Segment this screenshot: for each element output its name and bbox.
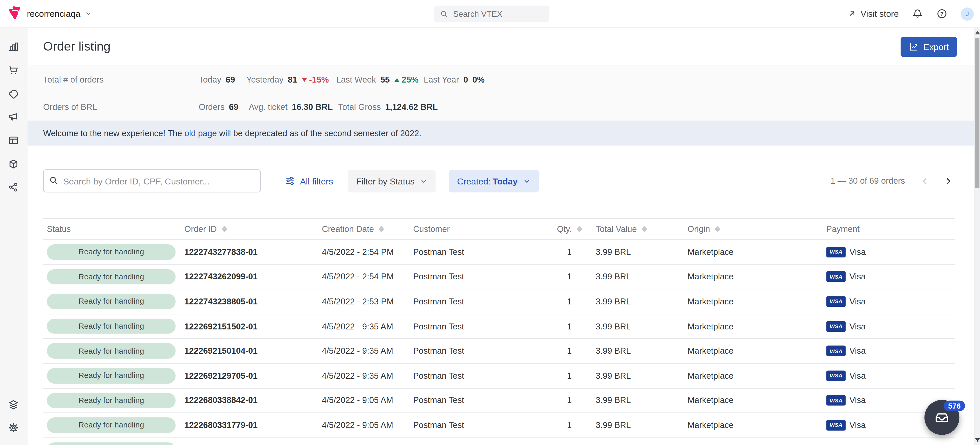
user-avatar[interactable]: J bbox=[961, 7, 974, 21]
quantity: 1 bbox=[567, 272, 572, 281]
export-button[interactable]: Export bbox=[900, 37, 957, 57]
table-header-row: Status Order ID Creation Date Customer Q… bbox=[43, 218, 955, 240]
total-value: 3.99 BRL bbox=[595, 396, 631, 405]
arrow-up-right-icon bbox=[847, 9, 856, 18]
bar-chart-icon[interactable] bbox=[8, 40, 19, 52]
visa-card-icon: VISA bbox=[826, 246, 846, 257]
help-icon[interactable]: ? bbox=[936, 8, 948, 19]
customer-name: Postman Test bbox=[413, 297, 464, 306]
customer-name: Postman Test bbox=[413, 321, 464, 331]
stats-section: Total # of orders Today 69 Yesterday 81 … bbox=[28, 65, 980, 121]
banner-text-before: Welcome to the new experience! The bbox=[43, 129, 185, 138]
next-page-button[interactable] bbox=[941, 174, 955, 188]
created-filter-dropdown[interactable]: Created:Today bbox=[449, 170, 539, 192]
svg-text:?: ? bbox=[940, 11, 943, 17]
metric-today: Today 69 bbox=[199, 66, 235, 94]
tag-icon[interactable] bbox=[8, 87, 19, 99]
table-row[interactable]: Ready for handling 1222680331779-01 4/5/… bbox=[43, 413, 955, 438]
table-row[interactable]: Ready for handling 1222692150104-01 4/5/… bbox=[43, 339, 955, 364]
scroll-down-arrow-icon[interactable] bbox=[975, 438, 980, 442]
fab-count-badge: 576 bbox=[944, 400, 965, 411]
orders-count-stats-row: Total # of orders Today 69 Yesterday 81 … bbox=[28, 66, 980, 94]
order-id: 1222743238805-01 bbox=[185, 297, 258, 306]
old-page-link[interactable]: old page bbox=[185, 129, 217, 138]
metric-total-gross: Total Gross 1,124.62 BRL bbox=[338, 94, 438, 121]
visa-card-icon: VISA bbox=[826, 296, 846, 307]
previous-page-button[interactable] bbox=[918, 174, 932, 188]
vtex-admin-window: recorrenciaqa Search VTEX Visit store bbox=[0, 0, 980, 445]
table-row[interactable]: Ready for handling 1222743277838-01 4/5/… bbox=[43, 240, 955, 265]
scroll-up-arrow-icon[interactable] bbox=[975, 31, 980, 35]
column-header-creation-date[interactable]: Creation Date bbox=[318, 224, 409, 234]
order-id: 1222680338842-01 bbox=[185, 396, 258, 405]
visa-card-icon: VISA bbox=[826, 420, 846, 431]
status-badge: Ready for handling bbox=[47, 269, 176, 284]
column-header-origin[interactable]: Origin bbox=[684, 224, 822, 234]
inbox-fab-button[interactable]: 576 bbox=[924, 400, 959, 435]
quantity: 1 bbox=[567, 421, 572, 430]
inbox-tray-icon bbox=[934, 409, 950, 426]
layout-table-icon[interactable] bbox=[8, 134, 19, 146]
megaphone-icon[interactable] bbox=[8, 111, 19, 123]
metric-yesterday: Yesterday 81 -15% bbox=[246, 66, 329, 94]
all-filters-label: All filters bbox=[300, 176, 333, 186]
column-header-order-id[interactable]: Order ID bbox=[181, 224, 318, 234]
order-id: 1222743262099-01 bbox=[185, 272, 258, 281]
deprecation-banner: Welcome to the new experience! The old p… bbox=[28, 121, 980, 146]
total-value: 3.99 BRL bbox=[595, 321, 631, 331]
table-row[interactable]: Ready for handling 1222692151502-01 4/5/… bbox=[43, 314, 955, 339]
chevron-down-icon bbox=[523, 177, 531, 185]
search-icon bbox=[49, 176, 59, 186]
payment-method: Visa bbox=[850, 396, 866, 405]
status-filter-dropdown[interactable]: Filter by Status bbox=[348, 170, 436, 192]
table-row[interactable]: Ready for handling 1222743262099-01 4/5/… bbox=[43, 265, 955, 289]
pagination-range: 1 — 30 of 69 orders bbox=[830, 176, 905, 186]
quantity: 1 bbox=[567, 346, 572, 356]
customer-name: Postman Test bbox=[413, 421, 464, 430]
scrollbar-thumb[interactable] bbox=[975, 38, 980, 188]
table-row-partial[interactable]: Ready for handling bbox=[43, 438, 955, 445]
status-badge: Ready for handling bbox=[47, 319, 176, 334]
column-header-customer: Customer bbox=[409, 224, 547, 234]
column-header-total-value[interactable]: Total Value bbox=[592, 224, 684, 234]
all-filters-button[interactable]: All filters bbox=[284, 176, 333, 186]
filter-toolbar: All filters Filter by Status Created:Tod… bbox=[28, 169, 980, 192]
origin: Marketplace bbox=[688, 247, 733, 257]
topbar: recorrenciaqa Search VTEX Visit store bbox=[0, 0, 980, 28]
vtex-logo-icon[interactable] bbox=[6, 6, 21, 21]
notifications-bell-icon[interactable] bbox=[912, 8, 923, 19]
table-row[interactable]: Ready for handling 1222692129705-01 4/5/… bbox=[43, 364, 955, 388]
sidebar-nav bbox=[0, 28, 28, 445]
visa-card-icon: VISA bbox=[826, 346, 846, 356]
vertical-scrollbar[interactable] bbox=[974, 28, 980, 445]
order-search-input[interactable] bbox=[43, 169, 261, 192]
global-search[interactable]: Search VTEX bbox=[434, 6, 549, 22]
visit-store-button[interactable]: Visit store bbox=[847, 9, 899, 19]
orders-table: Status Order ID Creation Date Customer Q… bbox=[43, 218, 955, 445]
visa-card-icon: VISA bbox=[826, 272, 846, 282]
payment-method: Visa bbox=[850, 371, 866, 380]
pagination: 1 — 30 of 69 orders bbox=[830, 174, 955, 188]
table-row[interactable]: Ready for handling 1222743238805-01 4/5/… bbox=[43, 289, 955, 314]
sort-icon bbox=[642, 226, 647, 233]
chart-line-icon bbox=[908, 41, 919, 52]
table-row[interactable]: Ready for handling 1222680338842-01 4/5/… bbox=[43, 388, 955, 413]
origin: Marketplace bbox=[688, 396, 733, 405]
main-content: Order listing Export Total # of orders T… bbox=[28, 28, 980, 445]
account-switcher[interactable]: recorrenciaqa bbox=[27, 8, 92, 19]
chevron-down-icon bbox=[420, 177, 428, 185]
customer-name: Postman Test bbox=[413, 346, 464, 356]
sort-icon bbox=[222, 226, 227, 233]
cube-icon[interactable] bbox=[8, 158, 19, 170]
metric-orders: Orders 69 bbox=[199, 94, 238, 121]
account-name: recorrenciaqa bbox=[27, 8, 80, 19]
column-header-qty[interactable]: Qty. bbox=[547, 224, 592, 234]
share-network-icon[interactable] bbox=[8, 181, 19, 193]
status-badge: Ready for handling bbox=[47, 343, 176, 359]
origin: Marketplace bbox=[688, 346, 733, 356]
cart-icon[interactable] bbox=[8, 64, 19, 76]
customer-name: Postman Test bbox=[413, 272, 464, 281]
gear-icon[interactable] bbox=[8, 422, 19, 434]
layers-stack-icon[interactable] bbox=[8, 398, 19, 410]
column-header-status: Status bbox=[43, 224, 181, 234]
